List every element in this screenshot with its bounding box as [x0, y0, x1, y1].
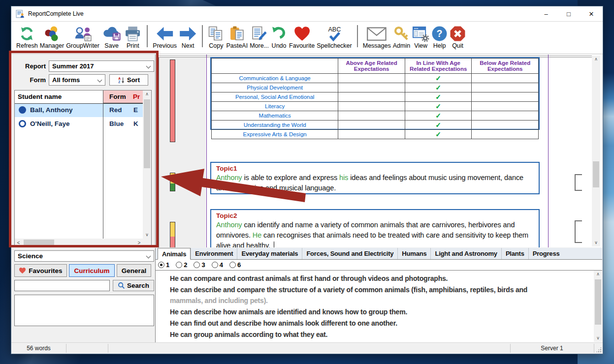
scrollbar-thumb[interactable] — [593, 161, 599, 187]
toolbar-view-button[interactable]: View — [412, 23, 429, 49]
statement-item[interactable]: He can compare and contrast animals at f… — [170, 273, 587, 284]
tab-environment[interactable]: Environment — [191, 248, 237, 259]
statement-item[interactable]: He can find out and describe how animals… — [170, 318, 587, 329]
student-list-header: Pr Student name Form — [15, 91, 143, 104]
close-button[interactable]: ✕ — [580, 6, 603, 21]
topic-text[interactable]: Anthony is able to explore and express h… — [216, 173, 534, 193]
toolbar-previous-button[interactable]: Previous — [153, 23, 177, 49]
grid-cell[interactable] — [472, 83, 539, 92]
tab-plants[interactable]: Plants — [501, 248, 528, 259]
grid-cell[interactable]: ✓ — [405, 92, 472, 102]
scroll-down-icon[interactable]: ∨ — [594, 334, 602, 342]
toolbar-pasteai-button[interactable]: PasteAI — [226, 23, 248, 49]
grid-cell[interactable]: ✓ — [405, 121, 472, 130]
level-radio-1[interactable]: 1 — [158, 261, 169, 269]
section-handle[interactable] — [575, 220, 582, 243]
tab-animals[interactable]: Animals — [158, 248, 191, 260]
tab-forces-sound-and-electricity[interactable]: Forces, Sound and Electricity — [302, 248, 397, 259]
grid-cell[interactable] — [472, 130, 539, 139]
toolbar-refresh-button[interactable]: Refresh — [16, 23, 38, 49]
topic1-section[interactable]: Topic1Anthony is able to explore and exp… — [210, 162, 540, 194]
grid-cell[interactable]: ✓ — [405, 102, 472, 111]
grid-cell[interactable] — [472, 74, 539, 83]
grid-cell[interactable] — [338, 111, 405, 121]
subject-dropdown[interactable]: Science — [14, 250, 154, 262]
pupil-name: He — [253, 231, 261, 239]
statement-item[interactable]: He can group together animals according … — [170, 340, 587, 342]
search-input[interactable] — [14, 280, 110, 291]
toolbar-help-button[interactable]: ?Help — [431, 23, 448, 49]
toolbar-copy-button[interactable]: Copy — [208, 23, 224, 49]
grid-cell[interactable] — [472, 92, 539, 102]
general-button[interactable]: General — [117, 264, 151, 277]
grid-cell[interactable]: ✓ — [405, 130, 472, 139]
tab-humans[interactable]: Humans — [397, 248, 430, 259]
scrollbar-thumb[interactable] — [144, 99, 150, 168]
level-radio-3[interactable]: 3 — [194, 261, 205, 269]
column-header-student-name[interactable]: Student name — [18, 93, 62, 100]
search-button[interactable]: Search — [113, 280, 154, 291]
report-dropdown[interactable]: Summer 2017 — [49, 61, 154, 72]
toolbar-next-button[interactable]: Next — [179, 23, 197, 49]
tab-light-and-astronomy[interactable]: Light and Astronomy — [430, 248, 501, 259]
topic2-section[interactable]: Topic2Anthony can identify and name a va… — [210, 209, 540, 247]
grid-cell[interactable]: ✓ — [405, 74, 472, 83]
toolbar-print-button[interactable]: Print — [124, 23, 142, 49]
resize-grip[interactable] — [596, 347, 602, 353]
grid-cell[interactable] — [338, 83, 405, 92]
grid-cell[interactable] — [338, 102, 405, 111]
toolbar-admin-button[interactable]: Admin — [393, 23, 410, 49]
scrollbar-thumb[interactable] — [24, 240, 54, 246]
maximize-button[interactable]: □ — [557, 6, 580, 21]
app-window: ReportComplete Live – □ ✕ RefreshManager… — [11, 6, 603, 354]
level-radio-4[interactable]: 4 — [212, 261, 223, 269]
level-radio-2[interactable]: 2 — [176, 261, 187, 269]
scroll-right-icon[interactable]: > — [135, 239, 143, 247]
grid-cell[interactable]: ✓ — [405, 111, 472, 121]
section-handle[interactable] — [575, 174, 582, 191]
grid-cell[interactable] — [472, 111, 539, 121]
toolbar-spellchecker-button[interactable]: ABCSpellchecker — [317, 23, 352, 49]
toolbar-quit-button[interactable]: Quit — [450, 23, 466, 49]
toolbar-groupwriter-button[interactable]: GroupWriter — [66, 23, 99, 49]
toolbar-save-button[interactable]: Save — [101, 23, 122, 49]
grid-row: Expressive Arts & Design✓ — [212, 130, 539, 139]
student-row[interactable]: Ball, AnthonyRedE — [15, 103, 143, 117]
grid-cell[interactable] — [338, 74, 405, 83]
student-marker-icon — [19, 120, 26, 127]
scroll-down-icon[interactable]: ∨ — [592, 239, 600, 246]
tab-everyday-materials[interactable]: Everyday materials — [237, 248, 302, 259]
sort-button[interactable]: AZ Sort — [109, 74, 148, 86]
tab-progress[interactable]: Progress — [528, 248, 564, 259]
statement-item[interactable]: He can group animals according to what t… — [170, 329, 587, 340]
statement-item[interactable]: He can describe how animals are identifi… — [170, 306, 587, 317]
grid-cell[interactable] — [338, 121, 405, 130]
search-results-listbox[interactable] — [14, 295, 154, 326]
svg-text:ABC: ABC — [328, 26, 341, 33]
statement-item[interactable]: He can describe and compare the structur… — [170, 284, 587, 306]
grid-cell[interactable] — [472, 121, 539, 130]
toolbar-messages-button[interactable]: Messages — [363, 23, 391, 49]
scroll-up-icon[interactable]: ∧ — [143, 91, 151, 98]
minimize-button[interactable]: – — [535, 6, 557, 21]
toolbar-manager-button[interactable]: Manager — [40, 23, 64, 49]
column-header-form[interactable]: Form — [109, 93, 126, 100]
scrollbar-thumb[interactable] — [595, 279, 601, 325]
toolbar-favourite-button[interactable]: Favourite — [289, 23, 315, 49]
grid-cell[interactable] — [338, 92, 405, 102]
student-row[interactable]: O'Neill, FayeBlueK — [15, 117, 143, 131]
grid-cell[interactable] — [472, 102, 539, 111]
curriculum-button[interactable]: Curriculum — [69, 264, 115, 277]
toolbar-undo-button[interactable]: Undo — [271, 23, 287, 49]
scroll-down-icon[interactable]: ∨ — [143, 231, 151, 239]
form-dropdown[interactable]: All forms — [49, 74, 105, 86]
grid-cell[interactable] — [338, 130, 405, 139]
scroll-up-icon[interactable]: ∧ — [594, 271, 602, 278]
scroll-left-icon[interactable]: < — [15, 239, 22, 247]
level-radio-6[interactable]: 6 — [229, 261, 241, 269]
topic-text[interactable]: Anthony can identify and name a variety … — [216, 220, 534, 247]
favourites-button[interactable]: Favourites — [14, 264, 67, 277]
toolbar-more-button[interactable]: More... — [250, 23, 269, 49]
scroll-up-icon[interactable]: ∧ — [592, 56, 600, 63]
grid-cell[interactable]: ✓ — [405, 83, 472, 92]
